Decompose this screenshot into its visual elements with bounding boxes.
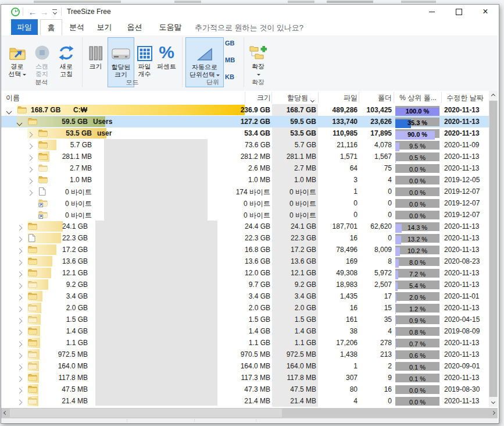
table-row[interactable]: 117.8 MB117.3 MB117.8 MB30790.1 %2020-11…: [1, 372, 489, 384]
table-row[interactable]: 22.3 GB22.3 GB22.3 GB16013.2 %2020-11-13: [1, 232, 489, 244]
table-row[interactable]: 59.5 GBUsers127.2 GB59.5 GB133,74023,626…: [1, 116, 489, 127]
horizontal-scrollbar-thumb[interactable]: [10, 409, 282, 417]
size-cell: 47.3 MB: [221, 385, 270, 393]
allocated-cell: 22.3 GB: [267, 234, 316, 242]
scroll-down-icon[interactable]: [489, 397, 498, 407]
table-row[interactable]: 5.7 GB73.6 GB5.7 GB21,1164,0789.5 %2020-…: [1, 139, 489, 151]
table-row[interactable]: 53.5 GBuser53.4 GB53.5 GB110,98517,89590…: [1, 127, 489, 139]
table-row[interactable]: 3.4 GB3.4 GB3.4 GB1,435172.0 %2020-11-01: [1, 290, 489, 302]
tell-me-prompt[interactable]: 추가적으로 원하는 것이 있나요?: [195, 23, 303, 33]
tab-analyze[interactable]: 분석: [66, 19, 87, 35]
folder-icon: [28, 385, 37, 395]
column-header-percent[interactable]: % 상위 폴...: [395, 93, 441, 103]
table-row[interactable]: 2.0 GB2.0 GB2.0 GB16151.2 %2020-11-13: [1, 302, 489, 314]
size-cell: 1.5 GB: [221, 315, 270, 324]
qat-dropdown-icon[interactable]: [50, 6, 59, 17]
folders-cell: 75: [353, 164, 392, 172]
percent-bar: 10.2 %: [395, 246, 439, 254]
table-row[interactable]: 21.4 MB21.4 MB21.4 MB400.0 %2020-11-13: [1, 395, 489, 407]
table-row[interactable]: 24.1 GB24.4 GB24.1 GB187,70162,62014.3 %…: [1, 221, 489, 232]
date-cell: 2019-08-09: [444, 327, 480, 335]
column-header-name[interactable]: 이름: [6, 93, 20, 103]
table-row[interactable]: 0 바이트0 바이트0 바이트000.0 %2019-12-07: [1, 197, 489, 209]
allocated-cell: 59.5 GB: [267, 118, 316, 126]
status-bar: [1, 418, 498, 423]
item-size-label: 17.2 GB: [40, 246, 88, 254]
percent-bar: 13.2 %: [395, 234, 439, 243]
column-header-alloc[interactable]: 할당됨: [269, 93, 308, 103]
tab-home[interactable]: 홈: [40, 19, 62, 36]
column-header-size[interactable]: 크기: [230, 93, 271, 103]
table-row[interactable]: 17.2 GB16.8 GB17.2 GB78,4968,00910.2 %20…: [1, 244, 489, 255]
table-row[interactable]: 12.1 GB12.0 GB12.1 GB49,3085,9727.2 %202…: [1, 267, 489, 279]
unit-gb-button[interactable]: GB: [225, 40, 241, 47]
horizontal-scrollbar[interactable]: [1, 408, 498, 418]
percent-bar: 0.0 %: [395, 199, 439, 208]
table-row[interactable]: 2.7 MB2.6 MB2.7 MB64750.0 %2020-11-13: [1, 162, 489, 174]
tab-options[interactable]: 옵션: [126, 19, 144, 35]
minimize-button[interactable]: [422, 5, 442, 19]
date-cell: 2020-11-13: [444, 397, 480, 405]
refresh-label: 새로: [60, 63, 73, 70]
table-row[interactable]: 0 바이트0 바이트0 바이트000.0 %2019-12-07: [1, 209, 489, 221]
table-row[interactable]: 1.1 GB1.1 GB1.1 GB17,2062780.7 %2020-11-…: [1, 337, 489, 349]
column-header-date[interactable]: 수정한 날짜: [441, 93, 489, 103]
files-cell: 1,435: [317, 292, 358, 300]
scroll-right-icon[interactable]: [489, 408, 498, 418]
group-label-expand: 확장: [244, 78, 272, 87]
size-cell: 53.4 GB: [221, 129, 270, 137]
maximize-button[interactable]: [449, 5, 469, 19]
scroll-left-icon[interactable]: [1, 408, 10, 418]
date-cell: 2020-11-13: [444, 246, 480, 254]
close-button[interactable]: ×: [476, 5, 495, 19]
item-size-label: 22.3 GB: [40, 234, 88, 242]
group-label-unit: 단위: [183, 78, 243, 87]
percent-bar: 0.6 %: [395, 350, 439, 359]
tab-file[interactable]: 파일: [11, 19, 38, 35]
vertical-scrollbar-thumb[interactable]: [489, 101, 497, 397]
percent-label: 0.7 %: [395, 340, 439, 347]
date-cell: 2020-11-01: [444, 292, 480, 300]
allocated-cell: 164.0 MB: [267, 362, 316, 370]
table-row[interactable]: 13.6 GB13.6 GB13.6 GB16988.0 %2020-08-23: [1, 255, 489, 267]
table-row[interactable]: 1.0 MB1.0 MB1.0 MB340.0 %2019-12-05: [1, 174, 489, 186]
allocated-cell: 12.1 GB: [267, 269, 316, 277]
percent-bar: 5.4 %: [395, 281, 439, 289]
item-name: Users: [93, 118, 112, 126]
tab-view[interactable]: 보기: [95, 19, 114, 35]
allocated-cell: 1.4 GB: [267, 327, 316, 335]
folder-icon: [28, 396, 37, 407]
percent-bar: 14.3 %: [395, 222, 439, 231]
allocated-cell: 5.7 GB: [267, 141, 316, 149]
folders-cell: 4: [353, 327, 392, 335]
forward-arrow-icon[interactable]: →: [38, 6, 50, 17]
table-row[interactable]: 1.4 GB1.4 GB1.4 GB3840.8 %2019-08-09: [1, 325, 489, 337]
size-cell: 21.4 MB: [221, 397, 270, 405]
files-cell: 489,286: [317, 106, 358, 114]
table-row[interactable]: 0 바이트174 바이트0 바이트100.0 %2019-12-07: [1, 186, 489, 197]
size-cell: 236.9 GB: [221, 106, 270, 114]
vertical-scrollbar[interactable]: [489, 91, 498, 407]
item-size-label: 13.6 GB: [40, 257, 88, 265]
allocated-cell: 0 바이트: [267, 199, 316, 209]
column-header-files[interactable]: 파일: [318, 93, 358, 103]
ribbon-tab-bar: 파일 홈 분석 보기 옵션 도움말 추가적으로 원하는 것이 있나요?: [1, 19, 498, 36]
size-mode-label: 크기: [90, 63, 102, 70]
table-row[interactable]: 1.5 GB1.5 GB1.5 GB161350.9 %2020-04-15: [1, 314, 489, 325]
allocated-cell: 972.5 MB: [267, 350, 316, 358]
table-row[interactable]: 9.2 GB9.7 GB9.2 GB18,9832,5075.4 %2020-1…: [1, 279, 489, 290]
percent-label: 0.9 %: [395, 317, 439, 324]
tab-help[interactable]: 도움말: [157, 19, 184, 35]
table-row[interactable]: 281.1 MB281.2 MB281.1 MB1,5711,5670.5 %2…: [1, 151, 489, 162]
table-row[interactable]: 47.5 MB47.3 MB47.5 MB80160.0 %2019-08-30: [1, 384, 489, 395]
unit-mb-button[interactable]: MB: [225, 56, 241, 63]
percent-bar: 0.8 %: [395, 327, 439, 336]
allocated-cell: 281.1 MB: [267, 152, 316, 161]
table-row[interactable]: 168.7 GBC:₩236.9 GB168.7 GB489,286103,42…: [1, 104, 489, 116]
folders-cell: 9: [353, 374, 392, 382]
table-row[interactable]: 164.0 MB164.0 MB164.0 MB120.1 %2020-09-0…: [1, 360, 489, 372]
scroll-up-icon[interactable]: [489, 91, 498, 101]
item-size-label: 0 바이트: [44, 211, 92, 221]
back-arrow-icon[interactable]: ←: [27, 6, 38, 17]
table-row[interactable]: 972.5 MB970.5 MB972.5 MB1,4382130.6 %202…: [1, 349, 489, 360]
